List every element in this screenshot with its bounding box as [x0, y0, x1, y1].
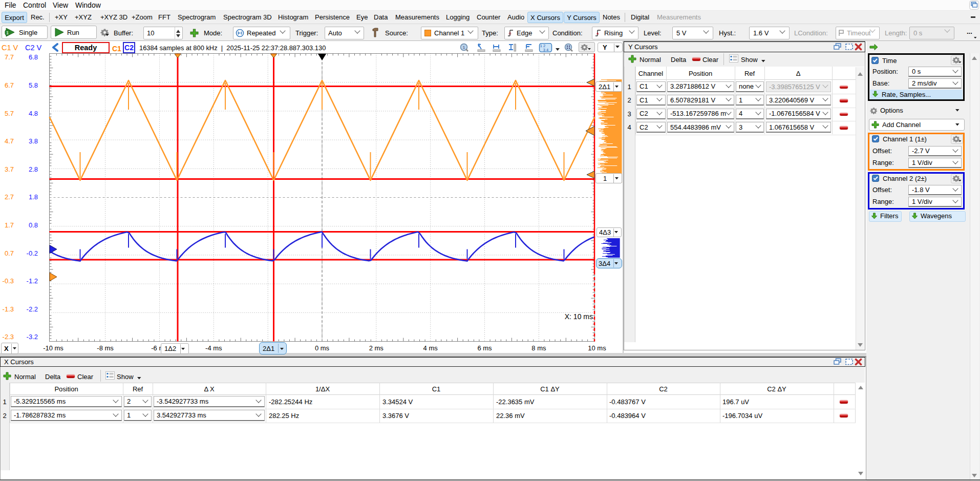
svg-text:X: 10 ms: X: 10 ms [565, 312, 593, 321]
svg-text:1: 1 [6, 30, 9, 35]
